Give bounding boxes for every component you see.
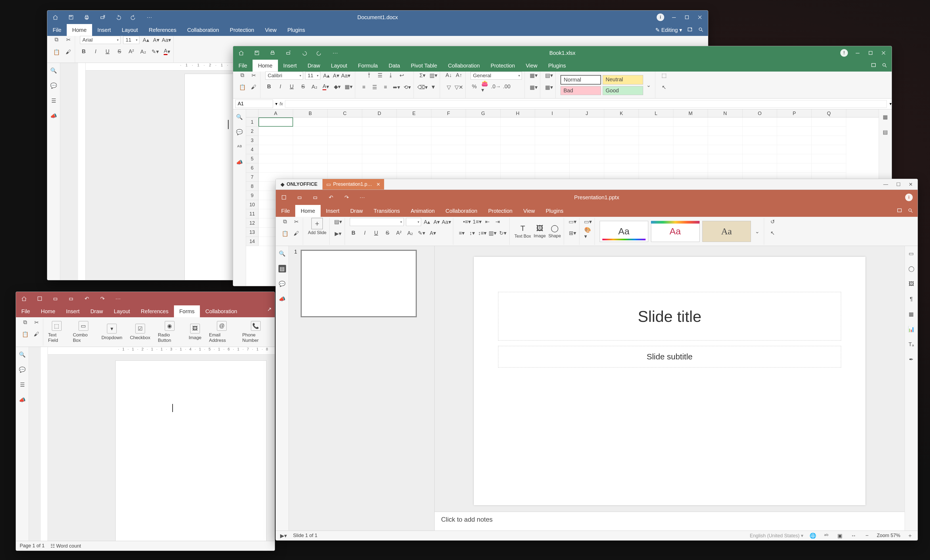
cell-A2[interactable] [259,127,293,136]
conditional-format-icon[interactable]: ▤▾ [545,72,553,79]
sheets-titlebar[interactable]: ⋯ Book1.xlsx ! [233,46,892,60]
info-icon[interactable]: ! [840,49,848,57]
maximize-icon[interactable] [684,14,690,20]
tab-protection[interactable]: Protection [225,24,260,36]
tab-home[interactable]: Home [35,305,60,317]
cell-style-bad[interactable]: Bad [560,86,601,95]
cell-F6[interactable] [431,163,466,172]
subscript-icon[interactable]: A₂ [311,83,318,91]
arrange-icon[interactable]: ▭▾ [569,218,576,225]
more-icon[interactable]: ⋯ [332,50,339,56]
col-header-G[interactable]: G [466,109,500,117]
col-header-F[interactable]: F [431,109,466,117]
phone-button[interactable]: 📞Phone Number [240,321,272,343]
cell-O5[interactable] [742,154,777,163]
tab-insert[interactable]: Insert [278,60,302,72]
add-slide-button[interactable]: ＋ [311,218,323,229]
cell-style-neutral[interactable]: Neutral [603,75,643,85]
slide-thumb-1[interactable] [301,250,417,317]
expand-formula-icon[interactable]: ▾ [890,101,892,106]
cell-O6[interactable] [742,163,777,172]
tab-file[interactable]: File [276,205,295,217]
tab-draw[interactable]: Draw [345,205,368,217]
cell-M3[interactable] [673,136,708,145]
strike-icon[interactable]: S [115,48,123,55]
slides-panel-icon[interactable]: ▤ [279,265,286,272]
cell-E2[interactable] [397,127,431,136]
cell-O1[interactable] [742,117,777,127]
col-header-E[interactable]: E [397,109,431,117]
cell-A3[interactable] [259,136,293,145]
table-settings-icon[interactable]: ▤ [882,128,889,136]
cell-L3[interactable] [639,136,673,145]
cut-icon[interactable]: ✂ [293,218,300,225]
subtitle-placeholder[interactable]: Slide subtitle [498,346,841,368]
fill-icon[interactable]: ▥▾ [430,72,437,79]
cell-D6[interactable] [362,163,397,172]
formula-input[interactable] [285,100,887,108]
select-cursor-icon[interactable]: ↖ [660,83,668,91]
cell-A5[interactable] [259,154,293,163]
search-icon[interactable] [907,208,913,215]
tab-formula[interactable]: Formula [353,60,383,72]
number-format-combo[interactable]: General [471,72,522,80]
dropdown-button[interactable]: ▾Dropdown [99,324,125,340]
cell-J4[interactable] [570,145,604,154]
shape-settings-icon[interactable]: ◯ [908,265,915,272]
cell-C3[interactable] [328,136,362,145]
paste-icon[interactable]: 📋 [22,331,29,338]
paste-icon[interactable]: 📋 [281,230,289,237]
slide-size-icon[interactable]: ▭▾ [584,218,592,225]
open-location-icon[interactable] [687,26,693,34]
comments-icon[interactable]: 💬 [18,366,26,374]
tab-protection[interactable]: Protection [483,205,518,217]
decrease-decimal-icon[interactable]: .0→ [492,83,500,91]
theme-blank[interactable]: Aa [600,221,648,242]
email-button[interactable]: @Email Address [206,321,237,343]
cell-H5[interactable] [500,154,535,163]
play-icon[interactable]: ▶▾ [280,532,287,540]
font-size-combo[interactable]: 11 [305,72,320,80]
copy-icon[interactable]: ⧉ [53,36,60,43]
slide-indicator[interactable]: Slide 1 of 1 [293,533,317,538]
cell-A1[interactable] [259,117,293,127]
underline-icon[interactable]: U [288,83,296,91]
increase-decimal-icon[interactable]: .00 [503,83,511,91]
format-painter-icon[interactable]: 🖌 [65,48,72,56]
spellcheck-icon[interactable]: ᵃᵇ [823,532,830,540]
vertical-ruler[interactable] [78,63,86,280]
col-header-O[interactable]: O [742,109,777,117]
autosum-icon[interactable]: Σ▾ [419,72,426,79]
set-language-icon[interactable]: 🌐 [809,532,817,540]
search-icon[interactable] [881,62,887,69]
cell-A6[interactable] [259,163,293,172]
cell-Q2[interactable] [812,127,846,136]
cell-I6[interactable] [535,163,570,172]
superscript-icon[interactable]: A² [395,229,403,237]
cell-Q4[interactable] [812,145,846,154]
zoom-level[interactable]: Zoom 57% [877,533,900,538]
col-header-L[interactable]: L [639,109,673,117]
tab-plugins[interactable]: Plugins [543,60,571,72]
more-icon[interactable]: ⋯ [115,295,121,302]
save-icon[interactable] [281,194,287,201]
cell-C1[interactable] [328,117,362,127]
cell-D5[interactable] [362,154,397,163]
row-header-10[interactable]: 10 [246,200,259,209]
chart-settings-icon[interactable]: 📊 [908,325,915,333]
tab-draw[interactable]: Draw [302,60,326,72]
align-top-icon[interactable]: ⭱ [365,72,373,79]
horizontal-ruler[interactable]: · 1 · 1 · 2 · 1 · 1 · 3 · 1 · 4 · 1 · 5 … [48,347,275,354]
cell-L4[interactable] [639,145,673,154]
tab-file[interactable]: File [47,24,67,36]
increase-font-icon[interactable]: A▴ [142,36,149,44]
cell-I3[interactable] [535,136,570,145]
italic-icon[interactable]: I [277,83,284,91]
font-color-icon[interactable]: A▾ [163,48,171,55]
copy-icon[interactable]: ⧉ [239,72,246,79]
tab-layout[interactable]: Layout [108,305,135,317]
cell-F1[interactable] [431,117,466,127]
cell-H2[interactable] [500,127,535,136]
currency-icon[interactable]: 👛▾ [481,83,489,91]
cell-P4[interactable] [777,145,812,154]
